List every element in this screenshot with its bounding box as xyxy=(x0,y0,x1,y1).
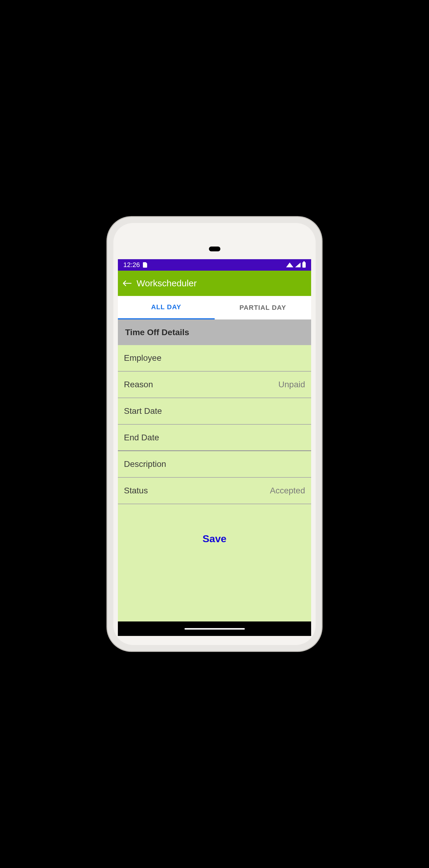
status-right xyxy=(286,262,306,268)
save-area: Save xyxy=(118,504,311,621)
phone-inner-frame: 12:26 Workscheduler xyxy=(113,223,316,645)
status-bar: 12:26 xyxy=(118,259,311,271)
start-date-label: Start Date xyxy=(124,406,162,416)
form-row-start-date[interactable]: Start Date xyxy=(118,398,311,425)
battery-icon xyxy=(302,262,306,268)
nav-handle[interactable] xyxy=(184,628,245,629)
phone-frame: 12:26 Workscheduler xyxy=(107,217,322,651)
description-label: Description xyxy=(124,459,166,469)
form-area: Employee Reason Unpaid Start Date End Da… xyxy=(118,345,311,621)
tab-partial-day[interactable]: PARTIAL DAY xyxy=(215,296,311,319)
back-arrow-icon[interactable] xyxy=(121,276,133,291)
form-row-end-date[interactable]: End Date xyxy=(118,425,311,451)
status-label: Status xyxy=(124,486,148,495)
employee-label: Employee xyxy=(124,353,161,363)
wifi-icon xyxy=(286,262,293,267)
sd-card-icon xyxy=(143,262,147,268)
form-row-employee[interactable]: Employee xyxy=(118,345,311,372)
status-left: 12:26 xyxy=(123,261,147,269)
tab-all-day[interactable]: ALL DAY xyxy=(118,296,215,319)
end-date-label: End Date xyxy=(124,433,159,442)
clock-time: 12:26 xyxy=(123,261,140,269)
tabs-container: ALL DAY PARTIAL DAY xyxy=(118,296,311,319)
save-button[interactable]: Save xyxy=(203,533,226,545)
app-bar: Workscheduler xyxy=(118,271,311,296)
section-title: Time Off Details xyxy=(125,328,189,337)
screen: 12:26 Workscheduler xyxy=(118,259,311,636)
sensor-pill xyxy=(209,247,220,251)
reason-label: Reason xyxy=(124,380,153,390)
form-row-reason[interactable]: Reason Unpaid xyxy=(118,372,311,398)
navigation-bar xyxy=(118,621,311,636)
app-title: Workscheduler xyxy=(136,278,197,288)
form-row-description[interactable]: Description xyxy=(118,451,311,478)
reason-value: Unpaid xyxy=(278,380,305,390)
status-value: Accepted xyxy=(270,486,305,495)
section-header: Time Off Details xyxy=(118,319,311,345)
form-row-status[interactable]: Status Accepted xyxy=(118,478,311,504)
signal-icon xyxy=(295,262,301,267)
